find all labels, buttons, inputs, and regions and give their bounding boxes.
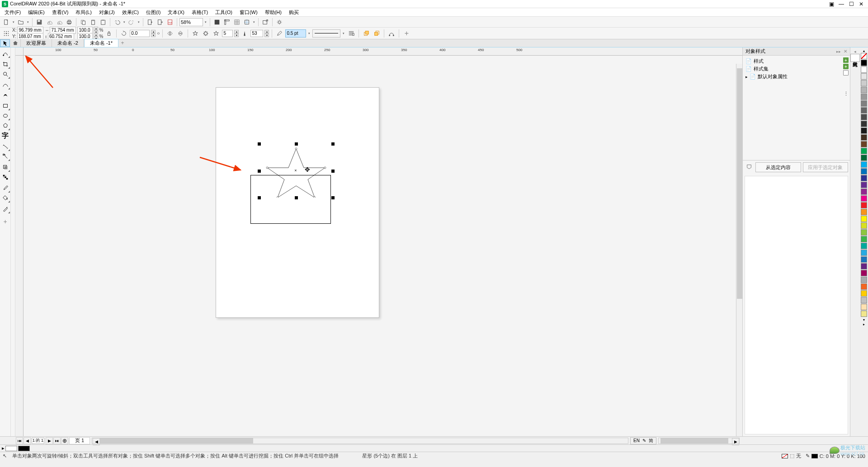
grid-button[interactable] xyxy=(232,18,241,27)
vertical-scrollbar-thumb[interactable] xyxy=(737,68,742,299)
menu-bitmap[interactable]: 位图(I) xyxy=(142,8,164,17)
color-swatch-4[interactable] xyxy=(861,87,867,93)
selection-handle-ne[interactable] xyxy=(331,142,335,146)
zoom-tool[interactable] xyxy=(0,69,10,79)
page-first-button[interactable]: ⏮ xyxy=(16,437,23,444)
color-swatch-1[interactable] xyxy=(861,66,867,73)
menu-edit[interactable]: 编辑(E) xyxy=(24,8,48,17)
color-swatch-27[interactable] xyxy=(861,243,867,249)
maximize-button[interactable]: ☐ xyxy=(846,0,856,8)
star-outline-icon[interactable] xyxy=(191,29,200,38)
rotation-spinner[interactable]: ▴▾ xyxy=(151,30,156,37)
menu-layout[interactable]: 布局(L) xyxy=(72,8,95,17)
selection-handle-e[interactable] xyxy=(331,170,335,173)
paste-button[interactable] xyxy=(89,18,98,27)
horizontal-scrollbar-2[interactable]: ▶ xyxy=(658,438,740,444)
selection-handle-s[interactable] xyxy=(295,196,298,199)
docker-close-icon[interactable]: ✕ xyxy=(844,49,847,54)
color-swatch-19[interactable] xyxy=(861,189,867,195)
add-styleset-button[interactable]: + xyxy=(843,64,849,69)
eyedropper-tool[interactable] xyxy=(0,183,10,193)
color-swatch-21[interactable] xyxy=(861,202,867,208)
selection-handle-sw[interactable] xyxy=(258,196,261,199)
color-swatch-31[interactable] xyxy=(861,270,867,276)
line-style-selector[interactable] xyxy=(312,29,340,38)
secondary-color-swatch[interactable] xyxy=(5,446,17,451)
import-styles-button[interactable]: ⇩ xyxy=(843,70,849,75)
color-swatch-36[interactable] xyxy=(861,304,867,310)
fill-indicator[interactable]: ⬚无 xyxy=(782,453,801,459)
menu-tools[interactable]: 工具(O) xyxy=(212,8,236,17)
color-swatch-3[interactable] xyxy=(861,80,867,86)
transparency-tool[interactable] xyxy=(0,172,10,182)
guides-button[interactable] xyxy=(242,18,251,27)
primary-color-swatch[interactable] xyxy=(18,446,30,451)
color-swatch-9[interactable] xyxy=(861,121,867,127)
outline-tool[interactable] xyxy=(0,204,10,214)
tree-item-stylesets[interactable]: 📄样式集 xyxy=(745,65,840,73)
color-swatch-15[interactable] xyxy=(861,161,867,168)
menu-view[interactable]: 查看(V) xyxy=(48,8,72,17)
object-origin-icon[interactable] xyxy=(2,29,11,38)
menu-file[interactable]: 文件(F) xyxy=(1,8,24,17)
shape-tool[interactable] xyxy=(0,48,10,58)
color-swatch-8[interactable] xyxy=(861,114,867,120)
apply-style-icon-button[interactable] xyxy=(745,162,754,171)
navigator-icon[interactable]: ▸ xyxy=(2,445,5,451)
palette-flyout-button[interactable]: ▸ xyxy=(861,322,867,326)
color-swatch-29[interactable] xyxy=(861,256,867,263)
close-button[interactable]: ✕ xyxy=(856,0,866,8)
convert-curves-button[interactable] xyxy=(387,29,396,38)
to-back-button[interactable] xyxy=(372,29,381,38)
page-next-button[interactable]: ▶ xyxy=(46,437,53,444)
color-swatch-11[interactable] xyxy=(861,134,867,141)
page-counter[interactable] xyxy=(32,438,44,444)
hscroll-left[interactable]: ◀ xyxy=(93,438,100,445)
ellipse-tool[interactable] xyxy=(0,111,10,121)
color-swatch-12[interactable] xyxy=(861,141,867,147)
crop-tool[interactable] xyxy=(0,59,10,69)
menu-buy[interactable]: 购买 xyxy=(285,8,302,17)
outline-width-input[interactable] xyxy=(285,29,306,38)
redo-dropdown[interactable]: ▾ xyxy=(137,18,141,27)
color-swatch-7[interactable] xyxy=(861,107,867,113)
menu-help[interactable]: 帮助(H) xyxy=(261,8,285,17)
vertical-scrollbar[interactable] xyxy=(736,64,742,436)
publish-pdf-button[interactable]: PDF xyxy=(165,18,175,27)
minimize-button[interactable]: — xyxy=(836,0,846,8)
hscroll-thumb-2[interactable] xyxy=(660,438,728,443)
fill-tool[interactable] xyxy=(0,193,10,203)
horizontal-scrollbar[interactable]: ◀ xyxy=(92,438,628,444)
selection-center-marker[interactable]: × xyxy=(294,169,297,172)
color-swatch-14[interactable] xyxy=(861,155,867,161)
tree-item-defaults[interactable]: ▸📄默认对象属性 xyxy=(745,73,840,80)
star-points-input[interactable] xyxy=(222,30,233,37)
color-swatch-30[interactable] xyxy=(861,263,867,269)
copy-button[interactable] xyxy=(79,18,88,27)
color-swatch-37[interactable] xyxy=(861,311,867,317)
undo-button[interactable] xyxy=(113,18,122,27)
outline-width-dropdown[interactable]: ▾ xyxy=(307,29,311,38)
color-swatch-25[interactable] xyxy=(861,229,867,236)
line-style-dropdown[interactable]: ▾ xyxy=(342,29,345,38)
color-swatch-23[interactable] xyxy=(861,216,867,222)
vertical-ruler[interactable] xyxy=(15,56,24,436)
connector-tool[interactable] xyxy=(0,151,10,161)
color-swatch-35[interactable] xyxy=(861,297,867,303)
expand-icon[interactable]: ▸ xyxy=(745,75,748,79)
menu-table[interactable]: 表格(T) xyxy=(188,8,212,17)
pick-tool-shortcut[interactable] xyxy=(0,39,10,47)
fullscreen-button[interactable] xyxy=(212,18,222,27)
cloud-up-button[interactable] xyxy=(45,18,54,27)
color-swatch-5[interactable] xyxy=(861,94,867,100)
color-swatch-33[interactable] xyxy=(861,283,867,290)
rotation-input[interactable] xyxy=(130,30,150,37)
color-swatch-0[interactable] xyxy=(861,60,867,66)
lock-ratio-button[interactable] xyxy=(104,29,113,38)
star-points-spinner[interactable]: ▴▾ xyxy=(234,30,239,37)
mirror-h-button[interactable] xyxy=(165,29,175,38)
menu-object[interactable]: 对象(J) xyxy=(95,8,118,17)
page-1-tab[interactable]: 页 1 xyxy=(69,437,90,444)
menu-effects[interactable]: 效果(C) xyxy=(118,8,142,17)
canvas[interactable]: × ✥ xyxy=(24,56,742,436)
